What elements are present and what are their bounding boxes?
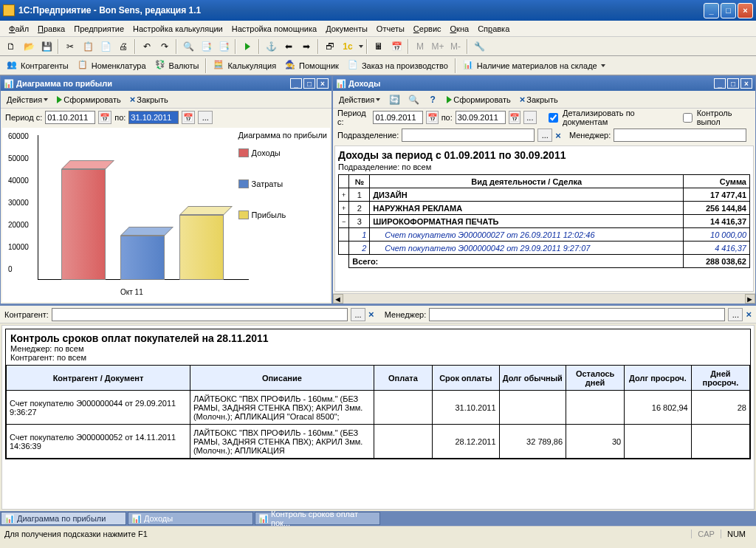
table-row[interactable]: − 3 ШИРОКОФОРМАТНАЯ ПЕЧАТЬ 14 416,37 bbox=[339, 215, 750, 228]
clear-icon[interactable]: × bbox=[555, 130, 561, 141]
contragent-input[interactable] bbox=[52, 308, 348, 321]
anchor-icon[interactable]: ⚓ bbox=[263, 38, 279, 55]
task-control[interactable]: 📊 Контроль сроков оплат пок... bbox=[255, 512, 380, 525]
undo-icon[interactable]: ↶ bbox=[139, 38, 155, 55]
form-button[interactable]: Сформировать bbox=[54, 94, 124, 106]
calc-icon[interactable]: 🖩 bbox=[371, 38, 387, 55]
expand-icon[interactable] bbox=[339, 228, 349, 242]
date-from-input[interactable] bbox=[45, 111, 95, 124]
detail-checkbox[interactable] bbox=[549, 113, 558, 123]
shortcut-contragents[interactable]: 👥Контрагенты bbox=[3, 58, 72, 74]
date-to-input[interactable] bbox=[456, 111, 506, 124]
menu-enterprise[interactable]: Предприятие bbox=[69, 22, 128, 35]
paste-icon[interactable]: 📄 bbox=[97, 38, 114, 55]
clear-icon[interactable]: × bbox=[368, 309, 374, 320]
shortcut-assistant[interactable]: 🧙Помощник bbox=[281, 58, 343, 74]
minimize-button[interactable]: _ bbox=[704, 3, 719, 18]
pane-min-button[interactable]: _ bbox=[714, 78, 726, 89]
chart-title-label: Диаграмма по прибыли bbox=[238, 131, 327, 140]
subdivision-input[interactable] bbox=[402, 129, 535, 142]
find-icon[interactable]: 🔍 bbox=[180, 38, 196, 55]
close-action[interactable]: ×Закрыть bbox=[127, 92, 171, 106]
table-row[interactable]: Счет покупателю Э000000052 от 14.11.2011… bbox=[7, 425, 750, 459]
windows-icon[interactable]: 🗗 bbox=[322, 38, 338, 55]
table-row[interactable]: + 2 НАРУЖНАЯ РЕКЛАМА 256 144,84 bbox=[339, 202, 750, 215]
filter-icon[interactable]: 🔍 bbox=[405, 92, 422, 108]
open-icon[interactable]: 📂 bbox=[21, 38, 37, 55]
menu-service[interactable]: Сервис bbox=[409, 22, 446, 35]
window-taskbar: 📊 Диаграмма по прибыли 📊 Доходы 📊 Контро… bbox=[0, 511, 756, 526]
shortcut-materials[interactable]: 📊Наличие материалов на складе bbox=[459, 58, 609, 74]
contragent-select-button[interactable]: ... bbox=[351, 308, 365, 321]
refresh-icon[interactable]: 🔄 bbox=[386, 92, 402, 108]
pane-close-button[interactable]: × bbox=[317, 78, 329, 89]
pane-min-button[interactable]: _ bbox=[290, 78, 302, 89]
task-income[interactable]: 📊 Доходы bbox=[128, 512, 253, 525]
save-icon[interactable]: 💾 bbox=[38, 38, 55, 55]
close-button[interactable]: × bbox=[738, 3, 753, 18]
pane-max-button[interactable]: □ bbox=[303, 78, 315, 89]
form-button[interactable]: Сформировать bbox=[444, 94, 514, 106]
table-row[interactable]: 2 Счет покупателю Э000000042 от 29.09.20… bbox=[339, 242, 750, 255]
menu-edit[interactable]: Правка bbox=[33, 22, 69, 35]
calendar-icon[interactable]: 📅 bbox=[388, 38, 405, 55]
close-action[interactable]: ×Закрыть bbox=[517, 92, 561, 106]
maximize-button[interactable]: □ bbox=[721, 3, 736, 18]
pane-close-button[interactable]: × bbox=[740, 78, 752, 89]
m-icon[interactable]: M bbox=[412, 38, 428, 55]
menu-help[interactable]: Справка bbox=[473, 22, 514, 35]
manager-input[interactable] bbox=[429, 308, 725, 321]
shortcut-nomenclature[interactable]: 📋Номенклатура bbox=[74, 58, 150, 74]
table-row[interactable]: + 1 ДИЗАЙН 17 477,41 bbox=[339, 188, 750, 202]
menu-windows[interactable]: Окна bbox=[446, 22, 474, 35]
copy-icon[interactable]: 📋 bbox=[80, 38, 96, 55]
menu-calc-settings[interactable]: Настройка калькуляции bbox=[128, 22, 227, 35]
diagram-pane: 📊 Диаграмма по прибыли _ □ × Действия Сф… bbox=[0, 75, 332, 304]
m-plus-icon[interactable]: M+ bbox=[430, 38, 446, 55]
date-from-input[interactable] bbox=[373, 111, 423, 124]
nav1-icon[interactable]: ⬅ bbox=[281, 38, 297, 55]
manager-input[interactable] bbox=[614, 129, 746, 142]
expand-icon[interactable]: − bbox=[339, 215, 349, 228]
date-to-input[interactable] bbox=[128, 111, 179, 124]
actions-dropdown[interactable]: Действия bbox=[336, 94, 383, 106]
menu-reports[interactable]: Отчеты bbox=[372, 22, 409, 35]
pane-max-button[interactable]: □ bbox=[727, 78, 739, 89]
tools-icon[interactable]: 🔧 bbox=[471, 38, 487, 55]
print-icon[interactable]: 🖨 bbox=[115, 38, 131, 55]
doc2-icon[interactable]: 📑 bbox=[216, 38, 232, 55]
table-row[interactable]: Счет покупателю Э000000044 от 29.09.2011… bbox=[7, 391, 750, 425]
manager-select-button[interactable]: ... bbox=[728, 308, 743, 321]
doc1-icon[interactable]: 📑 bbox=[198, 38, 214, 55]
calendar-button[interactable]: 📅 bbox=[426, 111, 438, 124]
m-minus-icon[interactable]: M- bbox=[447, 38, 464, 55]
clear-icon[interactable]: × bbox=[746, 309, 752, 320]
table-row[interactable]: 1 Счет покупателю Э000000027 от 26.09.20… bbox=[339, 228, 750, 242]
control-checkbox[interactable] bbox=[683, 113, 693, 123]
menu-documents[interactable]: Документы bbox=[321, 22, 372, 35]
help-icon[interactable]: ? bbox=[425, 92, 441, 108]
1c-icon[interactable]: 1c bbox=[340, 38, 356, 55]
cut-icon[interactable]: ✂ bbox=[62, 38, 78, 55]
new-icon[interactable]: 🗋 bbox=[3, 38, 19, 55]
calendar-from-button[interactable]: 📅 bbox=[98, 111, 111, 124]
shortcut-currencies[interactable]: 💱Валюты bbox=[151, 58, 203, 74]
shortcut-order[interactable]: 📄Заказ на производство bbox=[344, 58, 452, 74]
redo-icon[interactable]: ↷ bbox=[157, 38, 173, 55]
calendar-button[interactable]: 📅 bbox=[509, 111, 520, 124]
play-icon[interactable] bbox=[239, 38, 255, 55]
actions-dropdown[interactable]: Действия bbox=[4, 94, 51, 106]
calendar-to-button[interactable]: 📅 bbox=[182, 111, 195, 124]
expand-icon[interactable]: + bbox=[339, 202, 349, 215]
expand-icon[interactable]: + bbox=[339, 188, 349, 202]
nav2-icon[interactable]: ➡ bbox=[298, 38, 315, 55]
subdivision-select-button[interactable]: ... bbox=[537, 129, 552, 142]
period-dialog-button[interactable]: ... bbox=[523, 111, 537, 124]
task-diagram[interactable]: 📊 Диаграмма по прибыли bbox=[1, 512, 126, 525]
menu-assistant-settings[interactable]: Настройка помощника bbox=[227, 22, 321, 35]
shortcut-calculation[interactable]: 🧮Калькуляция bbox=[210, 58, 280, 74]
menu-file[interactable]: Файл bbox=[4, 22, 33, 35]
expand-icon[interactable] bbox=[339, 242, 349, 255]
period-dialog-button[interactable]: ... bbox=[198, 111, 213, 124]
h-scrollbar[interactable]: ◄► bbox=[333, 293, 755, 304]
